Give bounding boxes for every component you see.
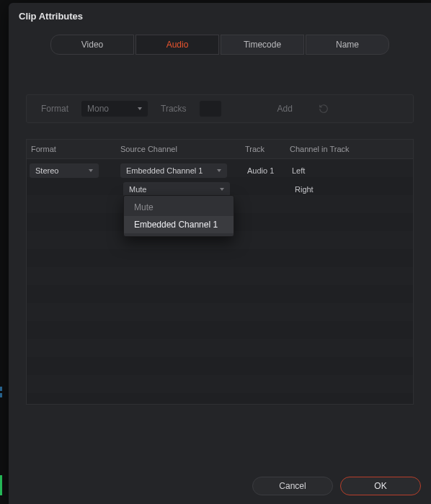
dropdown-option-embedded-1[interactable]: Embedded Channel 1: [124, 216, 234, 233]
reset-icon[interactable]: [319, 104, 329, 114]
row-format-value: Stereo: [35, 166, 58, 175]
row-source-select[interactable]: Mute: [123, 182, 230, 197]
clip-attributes-dialog: Clip Attributes Video Audio Timecode Nam…: [9, 3, 431, 504]
tracks-label: Tracks: [161, 104, 187, 114]
cancel-button[interactable]: Cancel: [252, 477, 333, 495]
dialog-title: Clip Attributes: [9, 3, 431, 29]
col-channel-in-track: Channel in Track: [290, 145, 413, 153]
chevron-down-icon: [217, 169, 221, 172]
dialog-footer: Cancel OK: [9, 477, 431, 495]
tab-bar: Video Audio Timecode Name: [9, 35, 431, 55]
format-select[interactable]: Mono: [81, 101, 148, 117]
col-source: Source Channel: [120, 145, 245, 153]
row-source-value: Mute: [129, 185, 146, 194]
row-cit: Right: [295, 185, 314, 194]
table-row: Stereo Embedded Channel 1 Audio 1 Left: [27, 161, 413, 179]
format-value: Mono: [87, 104, 109, 114]
col-track: Track: [245, 145, 290, 153]
chevron-down-icon: [138, 107, 142, 110]
dropdown-option-mute[interactable]: Mute: [124, 199, 234, 216]
ok-button[interactable]: OK: [340, 477, 421, 495]
tab-timecode[interactable]: Timecode: [221, 35, 304, 55]
row-source-value: Embedded Channel 1: [126, 166, 203, 175]
source-dropdown: Mute Embedded Channel 1: [123, 195, 234, 237]
col-format: Format: [27, 145, 120, 153]
grid-body: Stereo Embedded Channel 1 Audio 1 Left M…: [26, 158, 414, 405]
tracks-input[interactable]: [200, 101, 221, 117]
chevron-down-icon: [89, 169, 93, 172]
channel-grid: Format Source Channel Track Channel in T…: [26, 139, 414, 405]
row-cit: Left: [292, 166, 305, 175]
chevron-down-icon: [220, 188, 224, 191]
tab-name[interactable]: Name: [306, 35, 389, 55]
add-track-panel: Format Mono Tracks Add: [26, 94, 414, 123]
row-track: Audio 1: [247, 166, 286, 175]
add-button[interactable]: Add: [277, 104, 293, 114]
row-format-select[interactable]: Stereo: [30, 163, 99, 178]
row-source-select[interactable]: Embedded Channel 1: [120, 163, 227, 178]
tab-audio[interactable]: Audio: [135, 35, 219, 55]
tab-video[interactable]: Video: [50, 35, 134, 55]
grid-header: Format Source Channel Track Channel in T…: [26, 139, 414, 158]
format-label: Format: [41, 104, 68, 114]
